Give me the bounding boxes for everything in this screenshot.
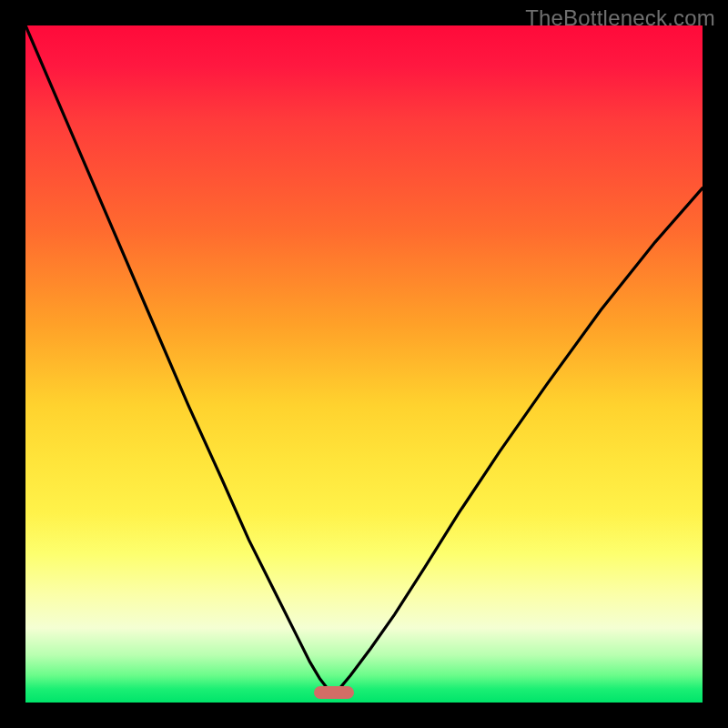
left-curve (25, 25, 334, 696)
right-curve (334, 188, 703, 696)
knot-marker (314, 686, 354, 699)
curve-layer (25, 25, 703, 703)
outer-frame: TheBottleneck.com (0, 0, 728, 728)
plot-area (25, 25, 703, 703)
